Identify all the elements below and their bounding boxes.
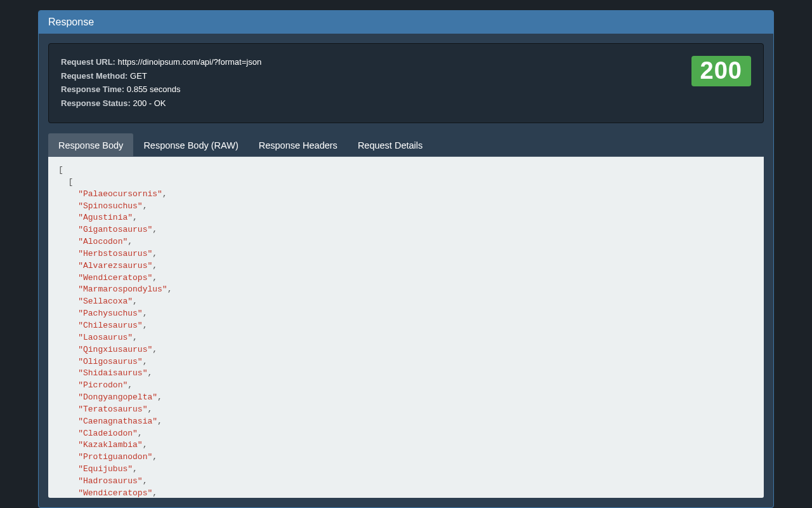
tab-raw[interactable]: Response Body (RAW)	[133, 133, 248, 157]
response-summary-well: Request URL: https://dinoipsum.com/api/?…	[48, 43, 764, 123]
panel-title: Response	[39, 11, 773, 34]
tab-headers[interactable]: Response Headers	[249, 133, 348, 157]
response-time-value: 0.855 seconds	[127, 84, 181, 94]
response-tabs: Response BodyResponse Body (RAW)Response…	[48, 133, 764, 157]
request-url-label: Request URL:	[61, 57, 115, 67]
response-status-value: 200 - OK	[133, 98, 166, 108]
response-body-content[interactable]: [ [ "Palaeocursornis", "Spinosuchus", "A…	[48, 157, 764, 498]
response-status-label: Response Status:	[61, 98, 131, 108]
response-panel: Response Request URL: https://dinoipsum.…	[38, 10, 774, 508]
tab-body[interactable]: Response Body	[48, 133, 133, 157]
request-url-value: https://dinoipsum.com/api/?format=json	[118, 57, 262, 67]
status-badge: 200	[691, 56, 751, 86]
tab-req[interactable]: Request Details	[348, 133, 433, 157]
request-method-value: GET	[130, 71, 147, 81]
request-method-label: Request Method:	[61, 71, 128, 81]
response-time-label: Response Time:	[61, 84, 124, 94]
